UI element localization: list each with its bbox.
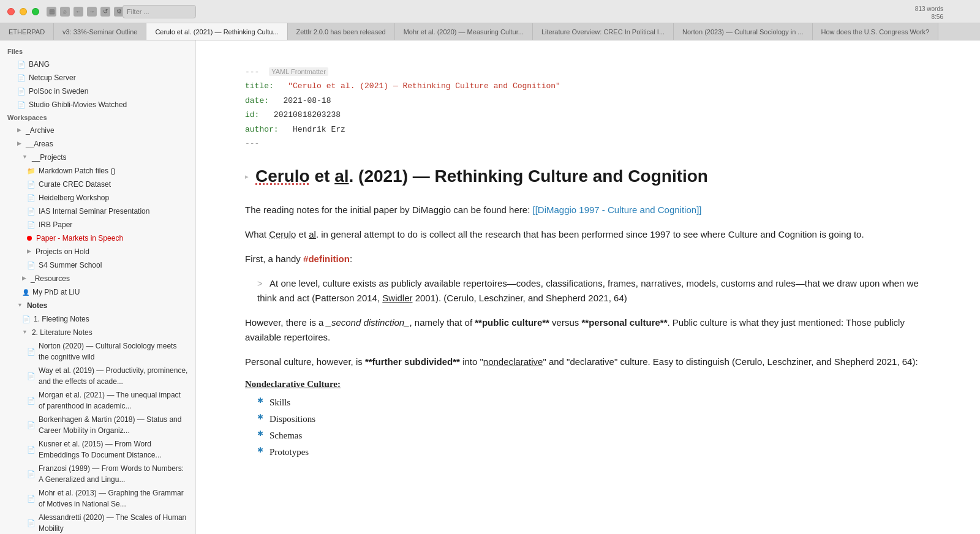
file-icon: 📄 — [27, 469, 36, 479]
filter-input[interactable] — [123, 5, 196, 18]
maximize-button[interactable] — [32, 8, 39, 15]
document-content: --- YAML Frontmatter title: "Cerulo et a… — [196, 40, 980, 534]
sidebar-item-label: Notes — [27, 300, 47, 311]
blockquote-arrow: > — [257, 278, 263, 288]
sidebar-item-markets-speech[interactable]: Paper - Markets in Speech — [0, 231, 195, 245]
sidebar-item-label: PolSoc in Sweden — [29, 86, 88, 97]
sidebar-item-franzosi[interactable]: 📄 Franzosi (1989) — From Words to Number… — [0, 462, 195, 486]
sidebar-item-projects[interactable]: ▼ __Projects — [0, 151, 195, 164]
file-icon: 📄 — [27, 494, 36, 504]
workspaces-section-header: Workspaces — [0, 111, 195, 124]
list-item-schemas: Schemas — [257, 427, 931, 444]
paragraph-dimaggio: The reading notes for the initial paper … — [245, 203, 931, 217]
tab-mohr[interactable]: Mohr et al. (2020) — Measuring Cultur... — [395, 23, 533, 40]
sidebar-item-borkenhagen[interactable]: 📄 Borkenhagen & Martin (2018) — Status a… — [0, 413, 195, 437]
sidebar-item-label: Morgan et al. (2021) — The unequal impac… — [39, 389, 188, 412]
forward-icon[interactable]: → — [87, 7, 97, 17]
sidebar-toggle-icon[interactable]: ▤ — [47, 7, 56, 17]
sidebar-item-label: Netcup Server — [29, 72, 76, 83]
file-icon: 📄 — [27, 179, 36, 190]
sidebar-item-ghibli[interactable]: 📄 Studio Ghibli-Movies Watched — [0, 98, 195, 111]
tab-norton[interactable]: Norton (2023) — Cultural Sociology in ..… — [674, 23, 812, 40]
sidebar-item-label: _Archive — [26, 125, 55, 136]
sidebar-item-way[interactable]: 📄 Way et al. (2019) — Productivity, prom… — [0, 364, 195, 388]
person-icon: 👤 — [22, 288, 29, 297]
title-bar: ▤ ⌕ ← → ↺ ⚙ 813 words 8:56 — [0, 0, 980, 23]
minimize-button[interactable] — [20, 8, 27, 15]
sidebar-item-label: Franzosi (1989) — From Words to Numbers:… — [39, 463, 188, 485]
tab-etherpad[interactable]: ETHERPAD — [0, 23, 54, 40]
blockquote: > At one level, culture exists as public… — [245, 276, 931, 306]
paragraph-definition: First, a handy #definition: — [245, 252, 931, 266]
back-icon[interactable]: ← — [74, 7, 83, 17]
file-icon: 📄 — [27, 445, 36, 455]
search-icon[interactable]: ⌕ — [60, 7, 70, 17]
collapse-icon: ▼ — [17, 301, 23, 310]
file-icon: 📄 — [27, 396, 36, 406]
sidebar-item-irb[interactable]: 📄 IRB Paper — [0, 218, 195, 231]
yaml-frontmatter: --- YAML Frontmatter title: "Cerulo et a… — [245, 65, 931, 151]
yaml-date-value: 2021-08-18 — [283, 96, 331, 105]
sidebar-item-areas[interactable]: ▶ __Areas — [0, 137, 195, 151]
filter-area[interactable] — [123, 5, 196, 18]
bold-further-subdivided: **further subdivided** — [365, 356, 460, 367]
list-item-dispositions: Dispositions — [257, 411, 931, 427]
tab-zettlr[interactable]: Zettlr 2.0.0 has been released — [288, 23, 395, 40]
red-dot-icon — [27, 236, 32, 241]
sidebar-item-kusner[interactable]: 📄 Kusner et al. (2015) — From Word Embed… — [0, 437, 195, 462]
sidebar-item-projects-hold[interactable]: ▶ Projects on Hold — [0, 245, 195, 258]
sidebar-item-heidelberg[interactable]: 📄 Heidelberg Workshop — [0, 191, 195, 205]
sidebar-item-label: 2. Literature Notes — [32, 327, 92, 338]
sidebar-item-label: Borkenhagen & Martin (2018) — Status and… — [39, 414, 188, 436]
refresh-icon[interactable]: ↺ — [100, 7, 110, 17]
file-icon: 📄 — [27, 260, 36, 271]
sidebar-item-resources[interactable]: ▶ _Resources — [0, 272, 195, 285]
tab-literature[interactable]: Literature Overview: CREC In Political I… — [533, 23, 674, 40]
al-inline: al — [309, 229, 316, 239]
sidebar-item-label: Projects on Hold — [36, 246, 89, 257]
sidebar-item-ias[interactable]: 📄 IAS Internal Seminar Presentation — [0, 205, 195, 218]
file-icon: 📄 — [17, 100, 26, 110]
sidebar-item-curate-crec[interactable]: 📄 Curate CREC Dataset — [0, 178, 195, 191]
file-icon: 📄 — [17, 73, 26, 83]
tab-bar: ETHERPAD v3: 33%-Seminar Outline Cerulo … — [0, 23, 980, 40]
list-item-skills: Skills — [257, 394, 931, 411]
file-icon: 📄 — [27, 518, 36, 528]
sidebar-item-norton2020[interactable]: 📄 Norton (2020) — Cultural Sociology mee… — [0, 339, 195, 364]
document-heading: ▸ Cerulo et al. (2021) — Rethinking Cult… — [245, 165, 931, 187]
dimaggio-link[interactable]: [[DiMaggio 1997 - Culture and Cognition]… — [532, 205, 701, 215]
paragraph-cerulo-attempt: What Cerulo et al. in general attempt to… — [245, 227, 931, 242]
sidebar-item-label: BANG — [29, 59, 50, 70]
sidebar-item-label: My PhD at LiU — [32, 287, 80, 298]
sidebar-item-label: __Areas — [26, 138, 53, 149]
sidebar-item-label: Mohr et al. (2013) — Graphing the Gramma… — [39, 487, 188, 510]
sidebar-item-phd-liu[interactable]: 👤 My PhD at LiU — [0, 285, 195, 299]
collapse-icon: ▶ — [17, 140, 21, 148]
sidebar-item-archive[interactable]: ▶ _Archive — [0, 124, 195, 137]
fold-icon[interactable]: ▸ — [245, 173, 248, 181]
tab-seminar[interactable]: v3: 33%-Seminar Outline — [54, 23, 146, 40]
sidebar-item-label: S4 Summer School — [39, 260, 102, 271]
sidebar-item-label: IAS Internal Seminar Presentation — [39, 206, 149, 217]
sidebar-item-s4[interactable]: 📄 S4 Summer School — [0, 258, 195, 272]
sidebar-item-alessandretti[interactable]: 📄 Alessandretti (2020) — The Scales of H… — [0, 511, 195, 534]
sidebar-item-morgan[interactable]: 📄 Morgan et al. (2021) — The unequal imp… — [0, 388, 195, 413]
sidebar-item-markdown-patch[interactable]: 📁 Markdown Patch files () — [0, 164, 195, 178]
file-icon: 📄 — [27, 420, 36, 431]
yaml-title-key: title: — [245, 81, 274, 91]
sidebar-item-mohr2013[interactable]: 📄 Mohr et al. (2013) — Graphing the Gram… — [0, 486, 195, 511]
sidebar-item-notes[interactable]: ▼ Notes — [0, 299, 195, 312]
file-icon: 📄 — [17, 59, 26, 70]
close-button[interactable] — [7, 8, 15, 15]
sidebar-item-netcup[interactable]: 📄 Netcup Server — [0, 71, 195, 85]
tab-cerulo[interactable]: Cerulo et al. (2021) — Rethinking Cultu.… — [146, 23, 287, 40]
list-item-prototypes: Prototypes — [257, 444, 931, 461]
collapse-icon: ▶ — [22, 274, 26, 283]
file-icon: 📄 — [22, 314, 31, 325]
tab-congress[interactable]: How does the U.S. Congress Work? — [813, 23, 938, 40]
sidebar-item-lit-notes[interactable]: ▼ 2. Literature Notes — [0, 326, 195, 339]
collapse-icon: ▼ — [22, 153, 28, 162]
sidebar-item-bang[interactable]: 📄 BANG — [0, 58, 195, 71]
sidebar-item-fleeting[interactable]: 📄 1. Fleeting Notes — [0, 312, 195, 326]
sidebar-item-polsoc[interactable]: 📄 PolSoc in Sweden — [0, 85, 195, 98]
